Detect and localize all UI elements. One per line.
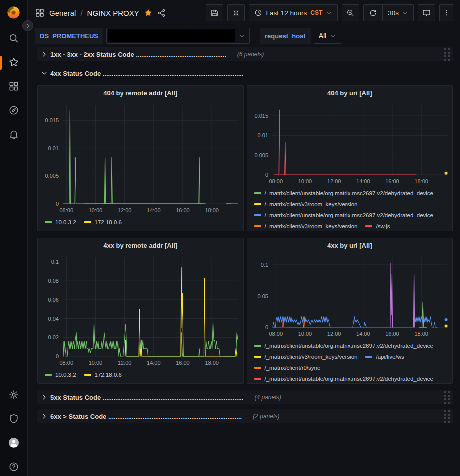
legend-label: /_matrix/client/v3/room_keys/version [265,223,358,229]
sidebar-expand-button[interactable] [22,20,33,31]
legend-item[interactable]: /_matrix/client/unstable/org.matrix.msc2… [254,188,434,199]
legend-item[interactable]: /_matrix/client/r0/sync [254,362,320,373]
row-6xx[interactable]: 6xx > Status Code ......................… [37,409,453,423]
variable-label-ds-prometheus[interactable]: DS_PROMETHEUS [35,28,103,44]
chart-canvas[interactable]: 00.0050.010.01508:0010:0012:0014:0016:00… [38,100,243,215]
sidebar-item-explore[interactable] [8,105,19,116]
panel-title[interactable]: 4xx by uri [All] [247,238,453,252]
kebab-menu-icon [442,9,450,17]
row-4xx[interactable]: 4xx Status Code ........................… [37,66,453,80]
sidebar-item-help[interactable] [8,461,19,472]
row-drag-handle[interactable] [444,410,450,423]
row-1xx-3xx-2xx[interactable]: 1xx - 3xx - 2xx Status Code ............… [37,47,453,61]
legend-item[interactable]: /_matrix/client/unstable/org.matrix.msc2… [254,210,434,221]
svg-text:18:00: 18:00 [414,331,428,337]
row-drag-handle[interactable] [444,391,450,404]
svg-text:0.005: 0.005 [254,152,268,158]
svg-text:08:00: 08:00 [269,178,283,184]
svg-text:08:00: 08:00 [60,207,74,213]
svg-text:0.01: 0.01 [257,132,268,138]
chart-canvas[interactable]: 00.0050.010.01508:0010:0012:0014:0016:00… [247,100,453,186]
chart-legend: /_matrix/client/unstable/org.matrix.msc2… [247,338,453,383]
share-icon[interactable] [157,9,166,17]
favorite-star-icon[interactable] [144,8,153,17]
legend-item[interactable]: /_matrix/client/v3/room_keys/version [254,351,358,362]
dashboard-variables: DS_PROMETHEUS request_host All [28,26,460,46]
refresh-button[interactable] [364,5,382,21]
svg-text:10:00: 10:00 [298,178,312,184]
sidebar-item-dashboards[interactable] [8,81,19,92]
save-dashboard-button[interactable] [206,4,223,21]
svg-text:14:00: 14:00 [356,178,370,184]
gear-icon [8,389,19,400]
dashboards-grid-icon [8,81,19,92]
chart-legend: /_matrix/client/unstable/org.matrix.msc2… [247,186,453,231]
time-range-picker[interactable]: Last 12 hours CST [249,4,338,21]
legend-item[interactable]: /sw.js [365,221,390,231]
variable-value-request-host[interactable]: All [314,28,342,44]
more-options-button[interactable] [439,4,453,21]
sidebar-item-profile[interactable] [8,437,19,448]
row-title: 6xx > Status Code ......................… [50,413,242,420]
row-5xx[interactable]: 5xx Status Code ........................… [37,390,453,404]
sidebar-item-server-admin[interactable] [8,413,19,424]
variable-label-request-host[interactable]: request_host [260,28,311,44]
sidebar-item-starred[interactable] [8,57,19,68]
breadcrumb-folder[interactable]: General [49,9,76,17]
svg-text:0.01: 0.01 [48,145,59,151]
panel-4xx-by-remote-addr: 4xx by remote addr [All] 00.020.040.060.… [37,238,244,384]
sidebar-item-search[interactable] [8,33,19,44]
sidebar-item-configuration[interactable] [8,389,19,400]
svg-text:0: 0 [56,353,59,359]
chart-canvas[interactable]: 00.050.108:0010:0012:0014:0016:0018:00 [247,252,453,338]
legend-item[interactable]: /_matrix/client/v3/room_keys/version [254,221,358,231]
legend-item[interactable]: /_matrix/client/unstable/org.matrix.msc2… [254,340,434,351]
legend-item[interactable]: 10.0.3.2 [45,369,76,380]
svg-text:08:00: 08:00 [269,331,283,337]
legend-label: /_matrix/client/unstable/org.matrix.msc2… [265,343,434,349]
top-nav: General / NGINX PROXY Last 12 hours [28,0,460,26]
panel-title[interactable]: 404 by uri [All] [247,86,453,100]
legend-label: /api/live/ws [376,354,404,360]
legend-swatch [254,356,261,358]
legend-item[interactable]: 172.18.0.6 [84,369,122,380]
legend-swatch [254,378,261,380]
legend-label: /_matrix/client/v3/room_keys/version [265,201,358,207]
chevron-down-icon [402,10,408,16]
panel-title[interactable]: 4xx by remote addr [All] [38,238,243,252]
row-drag-handle[interactable] [444,48,450,61]
variable-value-ds-prometheus[interactable] [106,28,250,44]
chevron-down-icon [326,10,332,16]
legend-swatch [45,374,52,376]
legend-item[interactable]: /_matrix/client/v3/room_keys/version [254,199,358,210]
dashboard-settings-button[interactable] [227,4,245,21]
chevron-down-icon [330,33,336,39]
sidebar-item-alerting[interactable] [8,129,19,140]
legend-swatch [365,356,372,358]
row-panel-count: (2 panels) [253,413,279,420]
gear-icon [232,9,240,17]
tv-mode-button[interactable] [418,4,435,21]
legend-item[interactable]: 10.0.3.2 [45,217,76,228]
chart-legend: 10.0.3.2172.18.0.6 [38,367,243,383]
svg-text:12:00: 12:00 [118,207,132,213]
panel-title[interactable]: 404 by remote addr [All] [38,86,243,100]
svg-text:10:00: 10:00 [89,207,103,213]
legend-item[interactable]: 172.18.0.6 [84,217,122,228]
panel-404-by-uri: 404 by uri [All] 00.0050.010.01508:0010:… [247,85,453,231]
refresh-interval-label: 30s [388,9,399,17]
zoom-out-button[interactable] [342,4,359,21]
timezone-label: CST [310,9,322,16]
grafana-logo[interactable] [6,5,21,20]
refresh-interval-picker[interactable]: 30s [383,5,413,21]
legend-label: 172.18.0.6 [95,219,122,225]
legend-item[interactable]: /_matrix/client/unstable/org.matrix.msc2… [254,373,434,383]
refresh-icon [369,9,377,17]
grafana-logo-icon [6,5,21,20]
chart-canvas[interactable]: 00.020.040.060.080.108:0010:0012:0014:00… [38,252,243,367]
row-panel-count: (6 panels) [237,51,264,58]
svg-text:0: 0 [265,324,268,330]
legend-item[interactable]: /api/live/ws [365,351,404,362]
refresh-controls: 30s [363,4,414,21]
legend-label: /_matrix/client/v3/room_keys/version [265,354,358,360]
